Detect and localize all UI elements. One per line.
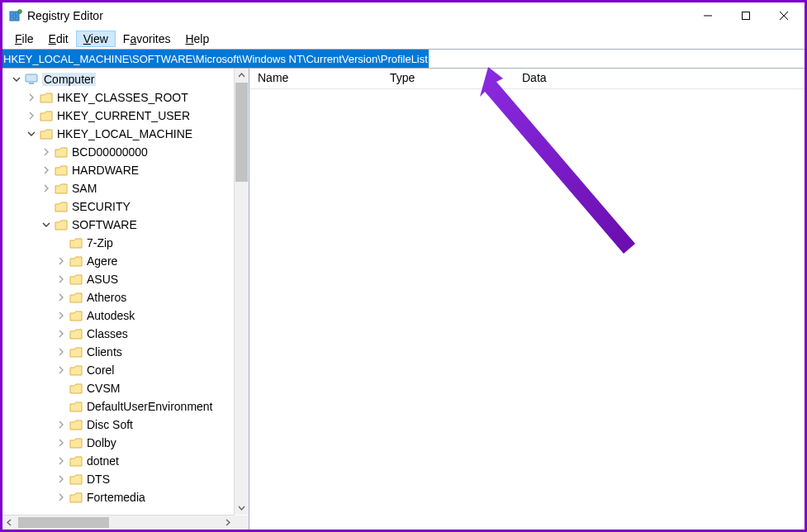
tree-node-clients[interactable]: Clients xyxy=(2,343,249,361)
chevron-right-icon[interactable] xyxy=(39,166,54,174)
tree-view[interactable]: Computer HKEY_CLASSES_ROOT HKE xyxy=(2,69,249,530)
menu-view[interactable]: View xyxy=(76,31,116,47)
svg-rect-10 xyxy=(29,83,34,84)
chevron-down-icon[interactable] xyxy=(9,75,24,83)
menu-file[interactable]: File xyxy=(7,31,41,47)
chevron-right-icon[interactable] xyxy=(54,475,69,483)
tree-node-hklm[interactable]: HKEY_LOCAL_MACHINE xyxy=(2,125,249,143)
tree-node-sam[interactable]: SAM xyxy=(2,179,249,197)
tree-label: CVSM xyxy=(87,382,120,395)
minimize-button[interactable] xyxy=(689,3,727,28)
column-data[interactable]: Data xyxy=(514,69,805,88)
tree-node-software[interactable]: SOFTWARE xyxy=(2,216,249,234)
chevron-right-icon[interactable] xyxy=(54,439,69,447)
chevron-right-icon[interactable] xyxy=(54,420,69,429)
list-body[interactable] xyxy=(249,89,805,530)
tree-label: Dolby xyxy=(87,436,116,449)
chevron-right-icon[interactable] xyxy=(54,493,69,501)
folder-icon xyxy=(69,309,83,322)
tree-node-agere[interactable]: Agere xyxy=(2,252,249,270)
tree-node-autodesk[interactable]: Autodesk xyxy=(2,306,249,325)
maximize-button[interactable] xyxy=(727,3,765,28)
tree-label: Fortemedia xyxy=(87,491,145,504)
tree-label: HARDWARE xyxy=(72,164,139,177)
folder-icon xyxy=(69,400,83,413)
tree-node-corel[interactable]: Corel xyxy=(2,361,249,379)
tree-label: dotnet xyxy=(87,454,119,468)
tree-node-dotnet[interactable]: dotnet xyxy=(2,452,249,470)
svg-rect-6 xyxy=(743,12,750,20)
chevron-right-icon[interactable] xyxy=(24,112,39,120)
tree-node-due[interactable]: DefaultUserEnvironment xyxy=(2,397,249,416)
chevron-down-icon[interactable] xyxy=(24,130,39,138)
svg-rect-2 xyxy=(10,17,14,21)
address-bar[interactable]: HKEY_LOCAL_MACHINE\SOFTWARE\Microsoft\Wi… xyxy=(2,49,805,69)
address-field[interactable]: HKEY_LOCAL_MACHINE\SOFTWARE\Microsoft\Wi… xyxy=(2,50,429,68)
tree-label: SECURITY xyxy=(72,200,131,213)
scroll-thumb[interactable] xyxy=(18,517,109,528)
tree-node-discsoft[interactable]: Disc Soft xyxy=(2,416,249,434)
scroll-left-button[interactable] xyxy=(2,515,17,530)
tree-label: Autodesk xyxy=(87,309,135,322)
titlebar: Registry Editor xyxy=(2,2,805,29)
tree-node-dolby[interactable]: Dolby xyxy=(2,434,249,452)
chevron-right-icon[interactable] xyxy=(54,348,69,356)
scroll-thumb[interactable] xyxy=(235,83,248,182)
chevron-right-icon[interactable] xyxy=(24,93,39,102)
menu-edit[interactable]: Edit xyxy=(41,31,76,47)
tree-label: BCD00000000 xyxy=(72,145,148,159)
tree-node-security[interactable]: SECURITY xyxy=(2,197,249,216)
chevron-right-icon[interactable] xyxy=(54,293,69,302)
folder-icon xyxy=(69,454,83,468)
chevron-right-icon[interactable] xyxy=(39,148,54,156)
tree-node-atheros[interactable]: Atheros xyxy=(2,288,249,306)
chevron-right-icon[interactable] xyxy=(54,457,69,465)
scroll-up-button[interactable] xyxy=(235,69,249,83)
folder-icon xyxy=(69,345,83,359)
tree-label-computer: Computer xyxy=(42,73,96,86)
list-pane: Name Type Data xyxy=(249,69,805,530)
folder-icon xyxy=(54,218,69,231)
tree-node-bcd[interactable]: BCD00000000 xyxy=(2,143,249,161)
tree-node-computer[interactable]: Computer xyxy=(2,70,249,88)
tree-node-hkcu[interactable]: HKEY_CURRENT_USER xyxy=(2,107,249,125)
chevron-right-icon[interactable] xyxy=(54,311,69,320)
scroll-down-button[interactable] xyxy=(235,501,249,515)
tree-node-7zip[interactable]: 7-Zip xyxy=(2,234,249,252)
tree-label: Corel xyxy=(87,363,114,377)
tree-label: 7-Zip xyxy=(87,236,113,249)
folder-icon xyxy=(54,182,69,195)
svg-rect-0 xyxy=(10,12,14,16)
computer-icon xyxy=(24,73,39,86)
tree-node-dts[interactable]: DTS xyxy=(2,470,249,488)
chevron-right-icon[interactable] xyxy=(54,257,69,265)
tree-label: Clients xyxy=(87,345,122,359)
window-title: Registry Editor xyxy=(27,9,689,22)
chevron-right-icon[interactable] xyxy=(39,184,54,192)
registry-tree: Computer HKEY_CLASSES_ROOT HKE xyxy=(2,69,249,506)
menu-help[interactable]: Help xyxy=(178,31,216,47)
chevron-down-icon[interactable] xyxy=(39,221,54,229)
chevron-right-icon[interactable] xyxy=(54,366,69,374)
folder-icon xyxy=(69,436,83,449)
tree-node-hardware[interactable]: HARDWARE xyxy=(2,161,249,179)
menu-favorites[interactable]: Favorites xyxy=(116,31,178,47)
chevron-right-icon[interactable] xyxy=(54,330,69,338)
tree-node-cvsm[interactable]: CVSM xyxy=(2,379,249,397)
column-type[interactable]: Type xyxy=(382,69,514,88)
tree-node-fortemedia[interactable]: Fortemedia xyxy=(2,488,249,506)
column-name[interactable]: Name xyxy=(249,69,382,88)
scroll-right-button[interactable] xyxy=(221,515,235,530)
tree-vertical-scrollbar[interactable] xyxy=(234,69,249,515)
close-button[interactable] xyxy=(765,3,803,28)
chevron-right-icon[interactable] xyxy=(54,275,69,283)
tree-label: SOFTWARE xyxy=(72,218,137,231)
tree-horizontal-scrollbar[interactable] xyxy=(2,515,235,530)
folder-icon xyxy=(69,291,83,304)
tree-node-classes[interactable]: Classes xyxy=(2,325,249,343)
tree-node-hkcr[interactable]: HKEY_CLASSES_ROOT xyxy=(2,88,249,107)
folder-icon xyxy=(69,418,83,431)
tree-node-asus[interactable]: ASUS xyxy=(2,270,249,288)
svg-point-4 xyxy=(18,10,22,14)
tree-label: DefaultUserEnvironment xyxy=(87,400,213,413)
